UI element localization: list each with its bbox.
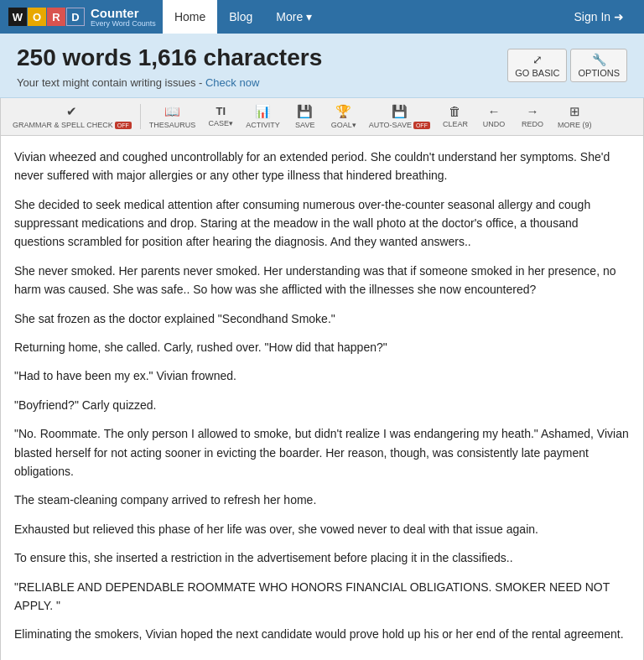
navbar: W O R D Counter Every Word Counts Home B… [0, 0, 644, 34]
clear-button[interactable]: 🗑 CLEAR [437, 101, 474, 131]
nav-signin[interactable]: Sign In ➜ [563, 0, 636, 34]
text-paragraph: She sat frozen as the doctor explained "… [14, 309, 630, 328]
text-paragraph: Eliminating the smokers, Vivian hoped th… [14, 625, 630, 643]
text-editor[interactable]: Vivian wheezed and coughed uncontrollabl… [0, 136, 644, 660]
goal-button[interactable]: 🏆 GOAL▾ [325, 101, 362, 132]
book-icon: 📖 [164, 104, 180, 119]
goal-icon: 🏆 [335, 104, 351, 119]
activity-button[interactable]: 📊 ACTIVITY [241, 101, 285, 132]
nav-more[interactable]: More ▾ [264, 0, 324, 34]
undo-button[interactable]: ← UNDO [475, 101, 512, 131]
check-now-link-top[interactable]: Check now [205, 76, 259, 89]
text-paragraph: "RELIABLE AND DEPENDABLE ROOMMATE WHO HO… [14, 578, 630, 616]
redo-icon: → [526, 104, 538, 118]
brand-sub: Every Word Counts [91, 20, 156, 28]
text-paragraph: "Boyfriend?" Carly quizzed. [14, 396, 630, 414]
trash-icon: 🗑 [449, 104, 461, 118]
text-paragraph: "No. Roommate. The only person I allowed… [14, 424, 630, 481]
options-icon: 🔧 [592, 53, 606, 66]
grammar-spell-check-button[interactable]: ✔ GRAMMAR & SPELL CHECKOFF [8, 101, 137, 132]
toolbar-divider-1 [140, 104, 141, 129]
grid-icon: ⊞ [569, 104, 580, 119]
save-button[interactable]: 💾 SAVE [287, 101, 324, 132]
text-paragraph: She decided to seek medical attention af… [14, 195, 630, 252]
checkmark-icon: ✔ [66, 104, 77, 119]
nav-home[interactable]: Home [163, 0, 217, 34]
brand-name: Counter [91, 6, 139, 20]
logo-d: D [66, 8, 85, 26]
toolbar: ✔ GRAMMAR & SPELL CHECKOFF 📖 THESAURUS T… [0, 98, 644, 136]
logo-r: R [47, 8, 65, 26]
writing-issues-notice: Your text might contain writing issues -… [17, 76, 322, 89]
text-paragraph: She never smoked. Her parents never smok… [14, 262, 630, 299]
undo-icon: ← [487, 104, 500, 118]
logo-w: W [8, 8, 27, 26]
nav-blog[interactable]: Blog [217, 0, 264, 34]
go-basic-button[interactable]: ⤢ GO BASIC [507, 49, 567, 82]
logo-o: O [28, 8, 46, 26]
text-paragraph: "Had to have been my ex." Vivian frowned… [14, 366, 630, 385]
case-icon: TI [216, 105, 226, 117]
text-paragraph: To ensure this, she inserted a restricti… [14, 548, 630, 567]
case-button[interactable]: TI CASE▾ [202, 102, 239, 130]
word-char-count: 250 words 1,616 characters [17, 45, 322, 71]
save-icon: 💾 [297, 104, 313, 119]
redo-button[interactable]: → REDO [514, 101, 551, 131]
text-paragraph: Exhausted but relieved this phase of her… [14, 520, 630, 538]
go-basic-icon: ⤢ [532, 53, 543, 66]
more-button[interactable]: ⊞ MORE (9) [553, 101, 597, 132]
chart-icon: 📊 [255, 104, 271, 119]
text-paragraph: The steam-cleaning company arrived to re… [14, 491, 630, 509]
thesaurus-button[interactable]: 📖 THESAURUS [144, 101, 201, 132]
auto-save-button[interactable]: 💾 AUTO-SAVEOFF [364, 101, 435, 132]
text-paragraph: Returning home, she called. Carly, rushe… [14, 338, 630, 356]
options-button[interactable]: 🔧 OPTIONS [570, 49, 627, 82]
logo: W O R D Counter Every Word Counts [8, 7, 156, 28]
text-paragraph: Vivian wheezed and coughed uncontrollabl… [14, 148, 630, 185]
stats-bar: 250 words 1,616 characters Your text mig… [0, 34, 644, 98]
autosave-icon: 💾 [392, 104, 408, 119]
